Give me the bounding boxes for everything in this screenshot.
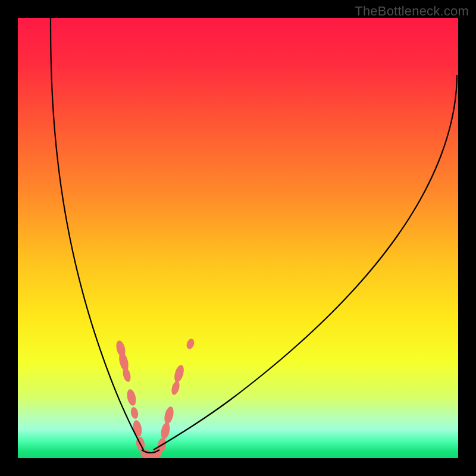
data-blob xyxy=(130,406,139,419)
watermark-text: TheBottleneck.com xyxy=(355,4,469,19)
data-blob xyxy=(159,422,171,440)
data-blob xyxy=(186,338,196,350)
curve-left-branch xyxy=(51,18,143,450)
data-point-blobs xyxy=(115,338,196,458)
outer-black-frame: TheBottleneck.com xyxy=(0,0,476,476)
data-blob xyxy=(163,406,176,425)
data-blob xyxy=(173,364,186,384)
data-blob xyxy=(132,419,143,437)
bottleneck-curve xyxy=(18,18,458,458)
data-blob xyxy=(170,380,181,396)
plot-area xyxy=(18,18,458,458)
data-blob xyxy=(126,389,137,406)
curve-right-branch xyxy=(154,75,457,450)
